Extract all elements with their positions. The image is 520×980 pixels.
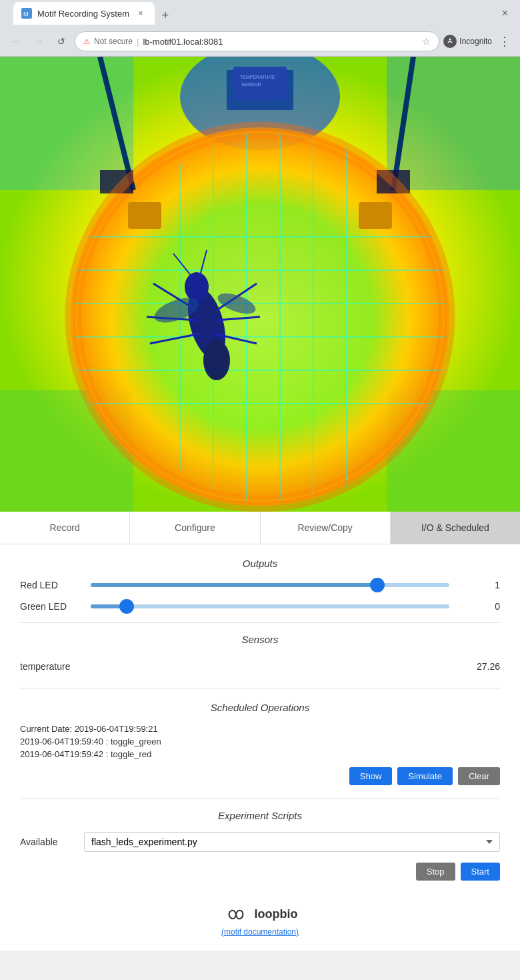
- browser-toolbar: ← → ↺ ⚠ Not secure | lb-motif01.local:80…: [0, 27, 520, 56]
- green-led-label: Green LED: [20, 601, 80, 612]
- script-select[interactable]: flash_leds_experiment.py: [84, 832, 500, 852]
- sensors-title: Sensors: [20, 634, 500, 645]
- svg-text:M: M: [23, 11, 29, 17]
- divider-2: [20, 688, 500, 688]
- footer: loopbio (motif documentation): [0, 894, 520, 951]
- url-text[interactable]: lb-motif01.local:8081: [143, 37, 418, 47]
- tab-bar: M Motif Recording System × +: [7, 2, 181, 25]
- red-led-label: Red LED: [20, 580, 80, 590]
- loopbio-logo-icon: [223, 908, 249, 921]
- show-button[interactable]: Show: [349, 767, 393, 785]
- bookmark-star-icon[interactable]: ☆: [422, 36, 431, 47]
- svg-rect-43: [128, 202, 161, 229]
- tab-record[interactable]: Record: [0, 512, 130, 544]
- tab-favicon: M: [21, 8, 32, 19]
- svg-rect-44: [359, 202, 392, 229]
- forward-button[interactable]: →: [29, 32, 48, 51]
- tab-title: Motif Recording System: [37, 9, 129, 19]
- log-line-2: 2019-06-04T19:59:42 : toggle_red: [20, 749, 500, 759]
- tab-io-scheduled[interactable]: I/O & Scheduled: [391, 512, 520, 544]
- red-led-track: [91, 583, 377, 587]
- not-secure-label: Not secure: [94, 37, 133, 46]
- page-content: TEMPERATURE SENSOR Record Configure Revi…: [0, 57, 520, 951]
- browser-titlebar: M Motif Recording System × + ×: [0, 0, 520, 27]
- temperature-value: 27.26: [477, 661, 500, 672]
- current-date-line: Current Date: 2019-06-04T19:59:21: [20, 724, 500, 734]
- thermal-image: TEMPERATURE SENSOR: [0, 57, 520, 512]
- incognito-icon: [443, 35, 457, 48]
- scheduled-operations: Scheduled Operations Current Date: 2019-…: [20, 702, 500, 785]
- tab-navigation: Record Configure Review/Copy I/O & Sched…: [0, 512, 520, 544]
- outputs-title: Outputs: [20, 558, 500, 569]
- address-bar[interactable]: ⚠ Not secure | lb-motif01.local:8081 ☆: [75, 31, 439, 51]
- camera-feed: TEMPERATURE SENSOR: [0, 57, 520, 512]
- back-button[interactable]: ←: [7, 32, 25, 51]
- simulate-button[interactable]: Simulate: [397, 767, 453, 785]
- browser-menu-button[interactable]: ⋮: [496, 33, 513, 50]
- green-led-value: 0: [460, 601, 500, 612]
- refresh-button[interactable]: ↺: [52, 32, 71, 51]
- available-label: Available: [20, 837, 73, 847]
- url-separator: |: [137, 37, 139, 47]
- tab-configure[interactable]: Configure: [130, 512, 260, 544]
- tab-close-btn[interactable]: ×: [135, 7, 147, 19]
- main-content: Outputs Red LED 1 Green LED 0 Sensors te…: [0, 544, 520, 894]
- loopbio-logo-text: loopbio: [255, 907, 298, 921]
- svg-text:SENSOR: SENSOR: [241, 82, 261, 87]
- log-line-1: 2019-06-04T19:59:40 : toggle_green: [20, 737, 500, 747]
- lock-icon: ⚠: [83, 37, 90, 46]
- temperature-label: temperature: [20, 661, 70, 672]
- red-led-thumb[interactable]: [370, 578, 385, 592]
- svg-point-28: [203, 340, 230, 380]
- svg-point-27: [185, 272, 209, 302]
- browser-chrome: M Motif Recording System × + × ← → ↺ ⚠ N…: [0, 0, 520, 57]
- scheduled-ops-title: Scheduled Operations: [20, 702, 500, 713]
- browser-tab[interactable]: M Motif Recording System ×: [13, 2, 155, 25]
- svg-text:TEMPERATURE: TEMPERATURE: [240, 75, 275, 79]
- divider-1: [20, 622, 500, 623]
- motif-doc-link[interactable]: (motif documentation): [221, 927, 299, 937]
- clear-button[interactable]: Clear: [458, 767, 500, 785]
- loopbio-logo: loopbio: [13, 907, 507, 921]
- tab-review-copy[interactable]: Review/Copy: [261, 512, 391, 544]
- stop-button[interactable]: Stop: [416, 863, 455, 881]
- incognito-badge: Incognito: [443, 35, 492, 48]
- incognito-label: Incognito: [459, 37, 492, 46]
- green-led-row: Green LED 0: [20, 601, 500, 612]
- scheduled-log: Current Date: 2019-06-04T19:59:21 2019-0…: [20, 724, 500, 759]
- svg-point-3: [449, 39, 451, 41]
- available-row: Available flash_leds_experiment.py: [20, 832, 500, 852]
- green-led-slider[interactable]: [91, 604, 449, 608]
- close-window-btn[interactable]: ×: [497, 5, 513, 22]
- experiment-scripts: Experiment Scripts Available flash_leds_…: [20, 810, 500, 881]
- scheduled-action-row: Show Simulate Clear: [20, 767, 500, 785]
- start-button[interactable]: Start: [461, 863, 500, 881]
- red-led-row: Red LED 1: [20, 580, 500, 590]
- red-led-slider[interactable]: [91, 583, 449, 587]
- script-action-row: Stop Start: [20, 863, 500, 881]
- green-led-thumb[interactable]: [119, 599, 134, 614]
- experiment-title: Experiment Scripts: [20, 810, 500, 821]
- new-tab-button[interactable]: +: [156, 6, 175, 25]
- divider-3: [20, 799, 500, 799]
- temperature-row: temperature 27.26: [20, 656, 500, 677]
- red-led-value: 1: [460, 580, 500, 590]
